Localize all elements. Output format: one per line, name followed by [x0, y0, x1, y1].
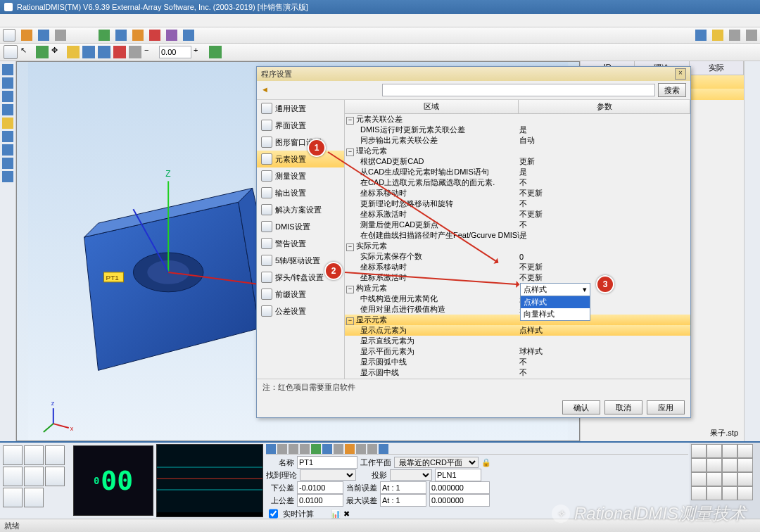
btn-probe-icon[interactable]: [3, 467, 23, 486]
proj-select[interactable]: [390, 469, 432, 481]
utol-input[interactable]: [297, 494, 343, 507]
ltol-input[interactable]: [297, 481, 343, 494]
wp-select[interactable]: 最靠近的CRD平面: [394, 457, 479, 468]
nav-item[interactable]: 输出设置: [257, 184, 344, 201]
mirror-icon[interactable]: [113, 46, 126, 58]
camera-icon[interactable]: [729, 30, 740, 41]
pointer-icon[interactable]: ↖: [20, 46, 33, 58]
folder-icon[interactable]: [21, 30, 32, 41]
bp-tool-icon[interactable]: [311, 444, 321, 454]
search-button[interactable]: 搜索: [658, 83, 686, 97]
tree-item[interactable]: 显示点元素为点样式: [345, 325, 690, 336]
grid-icon[interactable]: [129, 46, 141, 58]
chart-icon[interactable]: 📊: [331, 509, 341, 519]
delete-icon[interactable]: ✖: [343, 509, 350, 519]
combo-option[interactable]: 点样式: [521, 296, 590, 308]
nav-item[interactable]: 警告设置: [257, 235, 344, 252]
db-icon[interactable]: [183, 30, 194, 41]
nav-item[interactable]: 通用设置: [257, 100, 344, 117]
np-btn[interactable]: [737, 486, 753, 500]
btn-text-icon[interactable]: [3, 488, 23, 507]
btn-angle-icon[interactable]: [45, 445, 65, 465]
bp-tool-icon[interactable]: [300, 444, 310, 454]
tree-item[interactable]: 测量后使用CAD更新点不: [345, 220, 690, 230]
zoomout-icon[interactable]: −: [144, 46, 157, 58]
nav-item[interactable]: DMIS设置: [257, 218, 344, 235]
apply-button[interactable]: 应用: [647, 400, 685, 414]
mdev-val[interactable]: [429, 494, 490, 507]
realtime-checkbox[interactable]: [269, 508, 278, 519]
tree-item[interactable]: 坐标系激活时不更新: [345, 209, 690, 220]
gauge-icon[interactable]: [166, 30, 177, 41]
feat-curve-icon[interactable]: [2, 158, 13, 169]
np-btn[interactable]: [722, 472, 737, 486]
zoom-input[interactable]: [159, 46, 191, 58]
plane-icon[interactable]: [132, 30, 144, 41]
bp-tool-icon[interactable]: [356, 444, 366, 454]
tree-group[interactable]: −显示元素: [345, 315, 690, 325]
rotate-icon[interactable]: [82, 46, 95, 58]
probe-icon[interactable]: [712, 30, 723, 41]
new-icon[interactable]: [3, 29, 15, 42]
tree-item[interactable]: 在创建曲线扫描路径时产生Feat/Gcurve DMIS语句是: [345, 230, 690, 241]
tree-item[interactable]: 在CAD上选取元素后隐藏选取的面元素.不: [345, 177, 690, 188]
nav-item[interactable]: 前缀设置: [257, 286, 344, 303]
np-btn[interactable]: [737, 458, 753, 472]
machine-icon[interactable]: [115, 30, 127, 41]
np-btn[interactable]: [737, 444, 753, 458]
tree-item[interactable]: DMIS运行时更新元素关联公差是: [345, 125, 690, 135]
btn-wave-icon[interactable]: [24, 488, 44, 507]
nav-item[interactable]: 测量设置: [257, 167, 344, 184]
bp-tool-icon[interactable]: [334, 444, 343, 454]
find-select[interactable]: [300, 469, 356, 481]
np-btn[interactable]: [722, 486, 737, 500]
point-style-combo[interactable]: 点样式 ▾ 点样式向量样式: [520, 283, 590, 321]
feat-cyl-icon[interactable]: [2, 118, 13, 129]
tree-group[interactable]: −实际元素: [345, 241, 690, 251]
proj-name-input[interactable]: [435, 469, 481, 481]
bp-tool-icon[interactable]: [379, 444, 388, 454]
refresh-icon[interactable]: [36, 46, 49, 58]
nav-item[interactable]: 图形窗口设置: [257, 134, 344, 151]
bp-tool-icon[interactable]: [277, 444, 287, 454]
tree-item[interactable]: 使用对里点进行极值构造是: [345, 304, 690, 315]
np-btn[interactable]: [737, 472, 753, 486]
tree-group[interactable]: −元素关联公差: [345, 114, 690, 125]
menubar[interactable]: [0, 14, 760, 27]
feat-point-icon[interactable]: [2, 64, 13, 75]
cancel-button[interactable]: 取消: [604, 400, 642, 414]
tree-item[interactable]: 同步输出元素关联公差自动: [345, 135, 690, 146]
np-btn[interactable]: [691, 486, 707, 500]
snapshot-icon[interactable]: [746, 30, 757, 41]
np-btn[interactable]: [722, 458, 737, 472]
zoomin-icon[interactable]: +: [194, 46, 206, 58]
nav-item[interactable]: 界面设置: [257, 117, 344, 134]
tree-item[interactable]: 坐标系移动时不更新: [345, 262, 690, 272]
tree-item[interactable]: 从CAD生成理论元素时输出DMIS语句是: [345, 167, 690, 177]
nav-item[interactable]: 公差设置: [257, 303, 344, 319]
feat-line-icon[interactable]: [2, 77, 13, 89]
ortho-icon[interactable]: [98, 46, 110, 58]
np-btn[interactable]: [691, 444, 707, 458]
tree-item[interactable]: 更新理论时忽略移动和旋转不: [345, 198, 690, 209]
tree-item[interactable]: 显示圆弧中线不: [345, 357, 690, 367]
btn-sphere-icon[interactable]: [24, 467, 44, 486]
run-icon[interactable]: [99, 30, 110, 41]
settings-tree[interactable]: 区域 参数 −元素关联公差DMIS运行时更新元素关联公差是同步输出元素关联公差自…: [345, 100, 690, 379]
np-btn[interactable]: [707, 486, 722, 500]
lock-icon[interactable]: 🔒: [481, 458, 491, 467]
feat-circle-icon[interactable]: [2, 104, 13, 115]
tree-item[interactable]: 实际元素保存个数0: [345, 251, 690, 262]
np-btn[interactable]: [691, 472, 707, 486]
feat-surf-icon[interactable]: [2, 171, 13, 182]
tree-item[interactable]: 根据CAD更新CAD更新: [345, 156, 690, 167]
home-icon[interactable]: [4, 45, 18, 59]
tree-item[interactable]: 中线构造使用元素简化是: [345, 293, 690, 304]
btn-grid-icon[interactable]: [45, 467, 65, 486]
cdev-val[interactable]: [429, 481, 490, 494]
np-btn[interactable]: [707, 458, 722, 472]
bp-tool-icon[interactable]: [345, 444, 355, 454]
cdev-at[interactable]: [380, 481, 426, 494]
np-btn[interactable]: [691, 458, 707, 472]
close-icon[interactable]: ×: [675, 68, 686, 80]
